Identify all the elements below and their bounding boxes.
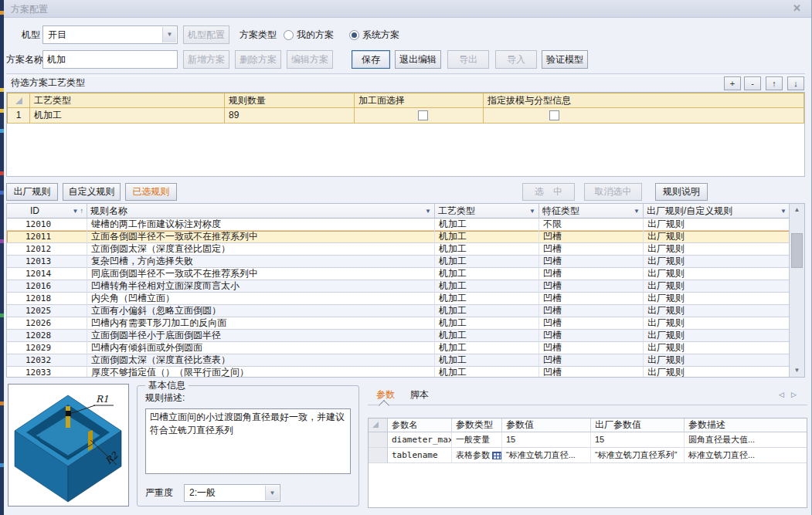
cell: 出厂规则: [644, 354, 790, 367]
tab-nav-prev-icon[interactable]: ◁: [779, 389, 784, 400]
radio-my-scheme[interactable]: [284, 30, 294, 40]
radio-system-scheme-label[interactable]: 系统方案: [362, 25, 399, 44]
edit-scheme-button[interactable]: 编辑方案: [287, 50, 333, 69]
scheme-name-input[interactable]: [42, 50, 178, 69]
cell: 一般变量: [452, 432, 502, 448]
col-factory-value[interactable]: 出厂参数值: [591, 418, 685, 432]
col-face-select[interactable]: 加工面选择: [355, 93, 484, 108]
chevron-down-icon[interactable]: ▼: [162, 27, 176, 42]
col-param-desc[interactable]: 参数描述: [685, 418, 807, 432]
tab-script[interactable]: 脚本: [410, 387, 429, 402]
cell: 凹槽: [539, 280, 644, 293]
rule-description-text[interactable]: 凹槽立面间的小过渡圆角直径最好一致，并建议符合立铣刀直径系列: [145, 408, 351, 474]
row-index: 1: [7, 108, 30, 124]
table-row[interactable]: 12014同底面倒圆半径不一致或不在推荐系列中机加工凹槽出厂规则: [7, 268, 804, 280]
col-process-type[interactable]: 工艺类型: [30, 93, 225, 108]
export-button[interactable]: 导出: [447, 50, 489, 69]
radio-my-scheme-label[interactable]: 我的方案: [297, 25, 334, 44]
scheme-config-dialog: 方案配置 ✕ 机型 开目 ▼ 机型配置 方案类型 我的方案 系统方案 方案名称 …: [0, 0, 812, 515]
machine-type-combo[interactable]: 开目 ▼: [42, 25, 178, 44]
rule-info-button[interactable]: 规则说明: [655, 183, 708, 201]
tab-nav-next-icon[interactable]: ▷: [791, 389, 797, 400]
col-mold-info[interactable]: 指定拔模与分型信息: [484, 93, 804, 108]
machine-config-button[interactable]: 机型配置: [183, 25, 229, 44]
table-row[interactable]: 12033厚度不够指定值（）（限平行面之间）机加工凹槽出厂规则: [7, 367, 804, 378]
cell: “标准立铣刀直径系列”: [591, 448, 685, 463]
filter-icon[interactable]: ▼: [634, 208, 640, 215]
scroll-up-icon[interactable]: ▲: [790, 204, 804, 216]
table-row[interactable]: 12012立面倒圆太深（深度直径比固定）机加工凹槽出厂规则: [7, 243, 804, 256]
col-param-type[interactable]: 参数类型: [452, 418, 502, 432]
custom-rules-button[interactable]: 自定义规则: [63, 183, 121, 201]
pick-button[interactable]: 选 中: [522, 183, 575, 201]
col-process[interactable]: 工艺类型 ▼: [435, 204, 539, 219]
col-param-name[interactable]: 参数名: [388, 418, 452, 432]
table-row[interactable]: 12032立面倒圆太深（深度直径比查表）机加工凹槽出厂规则: [7, 354, 804, 367]
table-row[interactable]: 12029凹槽内有倾斜面或外倒圆面机加工凹槽出厂规则: [7, 342, 804, 354]
cell: 立面有小偏斜（忽略立面倒圆）: [87, 305, 435, 317]
move-down-button[interactable]: ↓: [787, 76, 804, 90]
table-row[interactable]: 12025立面有小偏斜（忽略立面倒圆）机加工凹槽出厂规则: [7, 305, 804, 317]
param-row[interactable]: tablename表格参数“标准立铣刀直径...“标准立铣刀直径系列”标准立铣刀…: [369, 448, 807, 463]
exit-edit-button[interactable]: 退出编辑: [395, 50, 441, 69]
cell: 同底面倒圆半径不一致或不在推荐系列中: [87, 268, 435, 280]
scroll-thumb[interactable]: [791, 233, 803, 268]
cell: 机加工: [435, 293, 539, 305]
process-table-row[interactable]: 1 机加工 89: [7, 108, 804, 124]
col-rule-count[interactable]: 规则数量: [225, 93, 355, 108]
cell: 凹槽内有倾斜面或外倒圆面: [87, 342, 435, 354]
add-scheme-button[interactable]: 新增方案: [183, 50, 229, 69]
add-row-button[interactable]: +: [724, 76, 741, 90]
param-row[interactable]: diameter_max一般变量1515圆角直径最大值...: [369, 432, 807, 448]
table-row[interactable]: 12013复杂凹槽，方向选择失败机加工凹槽出厂规则: [7, 256, 804, 268]
factory-rules-button[interactable]: 出厂规则: [6, 183, 58, 201]
rules-scrollbar[interactable]: ▲ ▼: [789, 204, 804, 377]
scroll-down-icon[interactable]: ▼: [790, 364, 804, 377]
table-row[interactable]: 12010键槽的两工作面建议标注对称度机加工不限出厂规则: [7, 219, 804, 231]
col-id[interactable]: ID ▼ ↑: [7, 204, 87, 219]
radio-system-scheme[interactable]: [349, 30, 359, 40]
face-select-checkbox[interactable]: [418, 110, 428, 120]
severity-combo[interactable]: 2:一般 ▼: [184, 484, 280, 502]
filter-icon[interactable]: ▼: [780, 208, 787, 215]
cell: 凹槽: [539, 268, 644, 280]
chevron-down-icon[interactable]: ▼: [265, 486, 279, 500]
remove-row-button[interactable]: -: [744, 76, 761, 90]
cell: 复杂凹槽，方向选择失败: [87, 256, 435, 268]
cell: 机加工: [435, 367, 539, 378]
strip-icon: [0, 88, 4, 92]
col-param-value[interactable]: 参数值: [502, 418, 591, 432]
table-row[interactable]: 12018内尖角（凹槽立面）机加工凹槽出厂规则: [7, 293, 804, 305]
col-rule-name[interactable]: 规则名称 ▼: [87, 204, 435, 219]
table-row[interactable]: 12016凹槽转角半径相对立面深度而言太小机加工凹槽出厂规则: [7, 280, 804, 293]
mold-info-checkbox[interactable]: [549, 110, 559, 120]
strip-icon: [0, 129, 4, 133]
cell: 立面各倒圆半径不一致或不在推荐系列中: [87, 231, 435, 243]
corner-icon: [369, 418, 388, 432]
filter-icon[interactable]: ▼: [529, 208, 535, 215]
cell: 凹槽: [539, 317, 644, 330]
filter-icon[interactable]: ▼: [73, 208, 79, 215]
unpick-button[interactable]: 取消选中: [584, 183, 642, 201]
filter-icon[interactable]: ▼: [425, 208, 431, 215]
selected-rules-button[interactable]: 已选规则: [125, 183, 177, 201]
table-row[interactable]: 12028立面倒圆半径小于底面倒圆半径机加工凹槽出厂规则: [7, 330, 804, 342]
validate-model-button[interactable]: 验证模型: [542, 50, 588, 69]
col-source[interactable]: 出厂规则/自定义规则 ▼: [644, 204, 790, 219]
severity-value: 2:一般: [189, 485, 216, 501]
close-icon[interactable]: ✕: [793, 2, 801, 14]
import-button[interactable]: 导入: [495, 50, 537, 69]
cell: 出厂规则: [644, 268, 790, 280]
delete-scheme-button[interactable]: 删除方案: [235, 50, 281, 69]
col-feature[interactable]: 特征类型 ▼: [539, 204, 644, 219]
save-button[interactable]: 保存: [352, 50, 390, 69]
table-row[interactable]: 12011立面各倒圆半径不一致或不在推荐系列中机加工凹槽出厂规则: [7, 231, 804, 243]
param-table: 参数名 参数类型 参数值 出厂参数值 参数描述 diameter_max一般变量…: [368, 418, 807, 508]
table-row[interactable]: 12026凹槽内有需要T形刀加工的反向面机加工凹槽出厂规则: [7, 317, 804, 330]
r1-label: R1: [96, 394, 109, 405]
cell: “标准立铣刀直径...: [502, 448, 591, 463]
cell: 出厂规则: [644, 305, 790, 317]
cell: 出厂规则: [644, 243, 790, 256]
tab-params[interactable]: 参数: [376, 387, 395, 402]
move-up-button[interactable]: ↑: [766, 76, 783, 90]
